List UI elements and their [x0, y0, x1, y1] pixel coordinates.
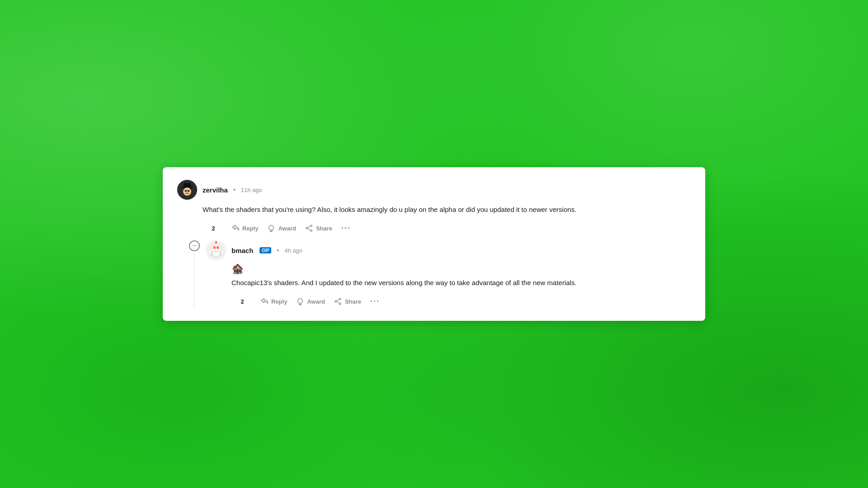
separator: • — [233, 186, 236, 193]
svg-point-26 — [298, 299, 303, 304]
vote-section: 2 — [203, 225, 224, 232]
svg-point-12 — [306, 227, 308, 229]
more-button[interactable]: ··· — [338, 221, 354, 235]
nested-reply-button[interactable]: Reply — [257, 295, 291, 308]
top-comment-action-bar: 2 Reply — [203, 221, 691, 235]
svg-point-24 — [211, 247, 212, 249]
top-comment-username[interactable]: zervilha — [203, 186, 228, 194]
upvote-button[interactable] — [203, 226, 208, 230]
svg-rect-2 — [184, 183, 191, 188]
nested-avatar-image — [206, 240, 226, 260]
nested-upvote-button[interactable] — [231, 299, 237, 304]
nested-comment-body: 🏚️ Chocapic13's shaders. And I updated t… — [231, 263, 691, 308]
award-icon — [267, 224, 275, 232]
avatar — [177, 180, 197, 200]
separator-2: • — [277, 247, 279, 254]
top-comment-text: What's the shaders that you're using? Al… — [203, 204, 691, 215]
svg-point-19 — [215, 241, 217, 243]
thread-line — [194, 253, 195, 308]
svg-point-28 — [340, 303, 341, 305]
nested-award-button[interactable]: Award — [292, 295, 329, 308]
svg-rect-7 — [188, 190, 190, 192]
nested-reply-icon — [260, 297, 269, 305]
top-comment-header: zervilha • 11h ago — [177, 180, 691, 200]
svg-line-14 — [307, 226, 310, 228]
svg-point-11 — [311, 230, 312, 232]
svg-point-25 — [220, 247, 222, 249]
nested-share-icon — [334, 297, 342, 305]
svg-point-23 — [217, 248, 218, 249]
reply-button[interactable]: Reply — [228, 221, 262, 235]
svg-line-30 — [336, 302, 339, 304]
svg-point-22 — [214, 248, 215, 249]
svg-line-13 — [307, 229, 310, 230]
svg-point-3 — [183, 188, 191, 196]
top-comment-timestamp: 11h ago — [241, 187, 262, 193]
svg-point-29 — [335, 300, 337, 302]
thread-line-col: − — [186, 240, 203, 308]
nested-more-button[interactable]: ··· — [367, 295, 383, 308]
nested-comment: bmach OP • 4h ago 🏚️ Chocapic13's shader… — [203, 240, 691, 308]
user-flair-emoji: 🏚️ — [206, 263, 691, 275]
nested-vote-section: 2 — [231, 298, 253, 305]
share-icon — [305, 224, 313, 232]
svg-point-27 — [340, 298, 341, 300]
top-comment-body: What's the shaders that you're using? Al… — [203, 204, 691, 235]
svg-point-10 — [311, 225, 312, 227]
award-button[interactable]: Award — [264, 221, 300, 235]
comment-card: zervilha • 11h ago What's the shaders th… — [163, 167, 705, 321]
thread-container: − — [186, 240, 691, 308]
downvote-button[interactable] — [219, 226, 224, 230]
nested-award-icon — [296, 297, 304, 305]
nested-downvote-button[interactable] — [248, 299, 253, 304]
top-comment: zervilha • 11h ago What's the shaders th… — [177, 180, 691, 308]
reply-icon — [231, 224, 240, 232]
svg-line-31 — [336, 299, 339, 301]
nested-comment-username[interactable]: bmach — [231, 247, 253, 254]
nested-avatar — [206, 240, 226, 260]
nested-comment-header: bmach OP • 4h ago — [206, 240, 691, 260]
svg-point-9 — [269, 225, 274, 230]
nested-comment-timestamp: 4h ago — [284, 247, 302, 254]
nested-comment-action-bar: 2 Reply — [231, 295, 691, 308]
collapse-button[interactable]: − — [189, 240, 200, 251]
nested-vote-count: 2 — [240, 298, 245, 305]
svg-rect-6 — [185, 190, 187, 192]
nested-share-button[interactable]: Share — [330, 295, 365, 308]
avatar-image — [177, 180, 197, 200]
nested-comment-text: Chocapic13's shaders. And I updated to t… — [231, 277, 691, 288]
vote-count: 2 — [211, 225, 216, 232]
share-button[interactable]: Share — [302, 221, 336, 235]
op-badge: OP — [259, 247, 271, 253]
